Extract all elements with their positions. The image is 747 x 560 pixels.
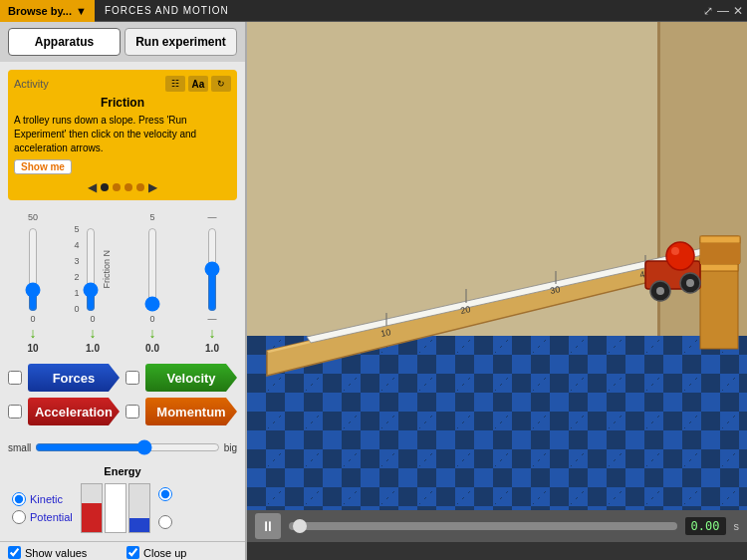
main-layout: Apparatus Run experiment Activity ☷ Aa ↻… [0,22,747,560]
size-slider[interactable] [35,439,219,455]
nav-dot-1[interactable] [113,183,121,191]
bottom-checks: Show values Close up [0,541,245,560]
activity-description: A trolley runs down a slope. Press 'Run … [14,114,231,155]
size-small-label: small [8,442,31,453]
size-row: small big [0,437,245,457]
mass-slider-col: 50 0 ↓ 10 [4,212,62,354]
window-controls: ⤢ — ✕ [703,4,747,18]
energy-bars [81,483,150,533]
tab-bar: Apparatus Run experiment [0,22,245,62]
potential-row: Potential [12,510,73,524]
show-values-label: Show values [25,547,87,559]
run-experiment-tab[interactable]: Run experiment [124,28,237,56]
red-bar-fill [82,503,102,532]
close-icon[interactable]: ✕ [733,4,743,18]
mass-value: 10 [27,343,38,354]
potential-label: Potential [30,511,73,523]
forces-button[interactable]: Forces [28,364,120,392]
time-unit: s [734,520,740,532]
friction-value: 1.0 [86,343,100,354]
nav-dot-0[interactable] [101,183,109,191]
nav-prev-arrow[interactable]: ◀ [88,180,97,194]
acceleration-button[interactable]: Acceleration [28,398,120,425]
energy-bar-blue [128,483,150,533]
velocity-label: Velocity [166,371,215,386]
momentum-button[interactable]: Momentum [145,398,237,425]
mid-slider[interactable] [203,227,221,312]
activity-navigation: ◀ ▶ [14,180,231,194]
angle-slider[interactable] [143,227,161,312]
playback-bar: ⏸ 0.00 s [247,510,747,542]
energy-title: Energy [8,465,237,477]
browse-button[interactable]: Browse by... ▼ [0,0,95,22]
mid-slider-wrap [203,224,221,314]
acceleration-label: Acceleration [35,405,113,420]
nav-dot-3[interactable] [136,183,144,191]
energy-radio-2[interactable] [158,515,172,529]
apparatus-tab[interactable]: Apparatus [8,28,121,56]
mid-value: 1.0 [205,343,219,354]
mid-slider-col: — — ↓ 1.0 [183,212,241,354]
show-values-row: Show values [8,546,119,559]
right-panel: 10 20 30 40 [247,22,747,560]
activity-card: Activity ☷ Aa ↻ Friction A trolley runs … [8,70,237,200]
mass-slider-wrap [24,224,42,314]
activity-icon-1[interactable]: ☷ [165,76,185,92]
app-title: FORCES AND MOTION [95,5,229,16]
friction-slider[interactable] [82,227,100,312]
forces-checkbox[interactable] [8,371,22,385]
friction-slider-wrap: 543210 Friction N [74,224,111,314]
mass-slider[interactable] [24,227,42,312]
show-me-button[interactable]: Show me [14,159,72,174]
close-up-label: Close up [143,547,186,559]
acceleration-checkbox[interactable] [8,405,22,419]
arrows-section: Forces Velocity Acceleration Momentum [0,358,245,437]
kinetic-label: Kinetic [30,493,63,505]
sliders-section: 50 0 ↓ 10 543210 Friction N [0,208,245,358]
velocity-checkbox[interactable] [125,371,139,385]
kinetic-radio[interactable] [12,492,26,506]
size-big-label: big [224,442,237,453]
simulation-view: 10 20 30 40 [247,22,747,510]
play-pause-button[interactable]: ⏸ [255,513,281,539]
energy-bar-empty [105,483,126,533]
angle-value: 0.0 [145,343,159,354]
activity-icon-3[interactable]: ↻ [211,76,231,92]
nav-next-arrow[interactable]: ▶ [148,180,157,194]
angle-slider-wrap [143,224,161,314]
activity-icon-2[interactable]: Aa [188,76,208,92]
activity-label: Activity [14,78,49,90]
energy-radio-1[interactable] [158,487,172,501]
close-up-row: Close up [126,546,237,559]
floor [247,336,747,510]
energy-section: Energy Kinetic Potential [0,461,245,539]
minimize-icon[interactable]: — [717,4,729,18]
momentum-checkbox[interactable] [125,405,139,419]
potential-radio[interactable] [12,510,26,524]
activity-title: Friction [14,96,231,110]
nav-dot-2[interactable] [124,183,132,191]
activity-header: Activity ☷ Aa ↻ [14,76,231,92]
expand-icon[interactable]: ⤢ [703,4,713,18]
energy-bar-red [81,483,103,533]
forces-label: Forces [53,371,96,386]
progress-track[interactable] [289,522,677,530]
close-up-checkbox[interactable] [126,546,139,559]
time-display: 0.00 [685,517,726,535]
angle-slider-col: 5 0 ↓ 0.0 [124,212,181,354]
dropdown-arrow-icon: ▼ [76,5,87,17]
show-values-checkbox[interactable] [8,546,21,559]
left-panel: Apparatus Run experiment Activity ☷ Aa ↻… [0,22,247,560]
blue-bar-fill [129,518,149,532]
momentum-label: Momentum [156,405,225,420]
browse-label: Browse by... [8,5,72,17]
progress-thumb[interactable] [293,519,307,533]
top-bar: Browse by... ▼ FORCES AND MOTION ⤢ — ✕ [0,0,747,22]
friction-slider-col: 543210 Friction N 0 ↓ 1.0 [64,224,122,354]
forces-row: Forces Velocity [8,364,237,392]
acceleration-row: Acceleration Momentum [8,398,237,425]
kinetic-row: Kinetic [12,492,73,506]
velocity-button[interactable]: Velocity [145,364,237,392]
right-wall [657,22,747,351]
